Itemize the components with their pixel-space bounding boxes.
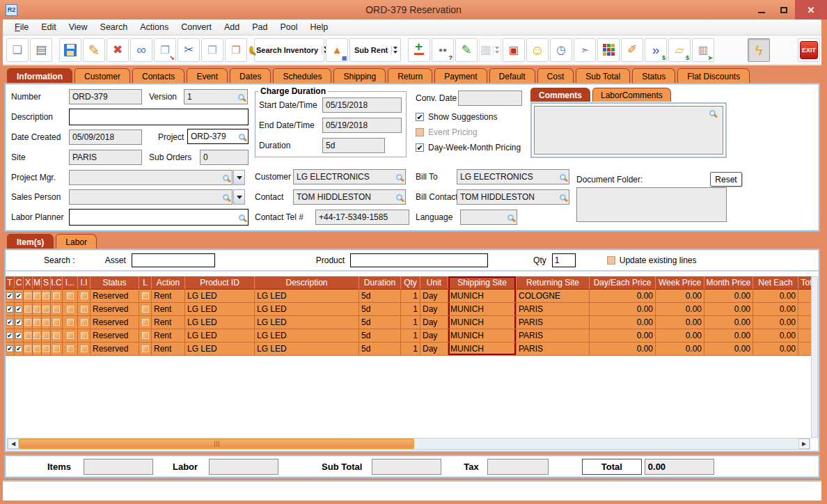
row-checkbox-t[interactable]: ✔ <box>6 306 13 313</box>
contact-field[interactable]: TOM HIDDLESTON <box>293 189 406 205</box>
cell-qty[interactable]: 1 <box>401 316 420 329</box>
column-header-status[interactable]: Status <box>90 276 139 290</box>
cell-qty[interactable]: 1 <box>401 342 420 356</box>
cell-c[interactable]: ✔ <box>15 316 24 329</box>
tab-dates[interactable]: Dates <box>230 68 271 84</box>
quick-action-button[interactable]: ϟ <box>748 38 770 62</box>
column-header-l[interactable]: L <box>139 276 152 290</box>
cell-t[interactable]: ✔ <box>6 290 15 303</box>
row-checkbox-m[interactable] <box>33 292 40 299</box>
billing-notes-button[interactable]: ▱$ <box>668 38 691 62</box>
menu-convert[interactable]: Convert <box>175 21 218 33</box>
row-checkbox-x[interactable] <box>24 306 31 313</box>
cell-net-each[interactable]: 0.00 <box>753 342 798 356</box>
cell-i-i[interactable] <box>78 329 90 342</box>
row-checkbox-i-i[interactable] <box>81 292 88 299</box>
cut-button[interactable]: ✂ <box>178 38 200 62</box>
tab-labor[interactable]: Labor <box>56 234 97 249</box>
search-icon[interactable] <box>709 110 716 116</box>
column-header-shipping-site[interactable]: Shipping Site <box>448 276 517 290</box>
cell-tot[interactable] <box>798 329 812 342</box>
tab-cost[interactable]: Cost <box>537 68 574 84</box>
column-header-returning-site[interactable]: Returning Site <box>517 276 590 290</box>
dropdown-arrow-icon[interactable] <box>391 46 399 54</box>
menu-help[interactable]: Help <box>304 21 335 33</box>
shortcut-key-button[interactable]: ➣ <box>574 38 596 62</box>
column-header-duration[interactable]: Duration <box>359 276 401 290</box>
comments-textarea[interactable] <box>534 106 723 155</box>
cell-i-c[interactable] <box>51 303 63 316</box>
cell-week-price[interactable]: 0.00 <box>656 303 704 316</box>
cell-action[interactable]: Rent <box>152 303 185 316</box>
row-checkbox-i-[interactable] <box>67 332 74 339</box>
edit-note-button[interactable]: ✐ <box>621 38 643 62</box>
maximize-button[interactable] <box>773 0 795 19</box>
row-checkbox-t[interactable]: ✔ <box>6 345 13 352</box>
cell-tot[interactable] <box>798 316 812 329</box>
cell-status[interactable]: Reserved <box>90 342 139 356</box>
customer-field[interactable]: LG ELECTRONICS <box>293 169 406 184</box>
cell-duration[interactable]: 5d <box>359 342 401 356</box>
cell-qty[interactable]: 1 <box>401 303 420 316</box>
column-header-product-id[interactable]: Product ID <box>185 276 255 290</box>
copy-special-button[interactable]: ❐➘ <box>154 38 176 62</box>
labor-planner-field[interactable] <box>69 209 249 226</box>
row-checkbox-i-c[interactable] <box>53 332 60 339</box>
column-header-net-each[interactable]: Net Each <box>753 276 798 290</box>
scroll-left-arrow[interactable]: ◀ <box>8 439 19 449</box>
tab-payment[interactable]: Payment <box>434 68 487 84</box>
tab-comments[interactable]: Comments <box>530 88 590 102</box>
cell-week-price[interactable]: 0.00 <box>656 342 704 356</box>
cell-duration[interactable]: 5d <box>359 329 401 342</box>
cell-product-id[interactable]: LG LED <box>185 290 255 303</box>
update-existing-lines-checkbox[interactable] <box>607 256 615 265</box>
cell-i-c[interactable] <box>51 290 63 303</box>
cell-net-each[interactable]: 0.00 <box>753 303 798 316</box>
optional-sets-button[interactable]: ●●? <box>432 38 454 62</box>
cell-unit[interactable]: Day <box>420 316 448 329</box>
row-checkbox-x[interactable] <box>24 332 31 339</box>
tab-information[interactable]: Information <box>7 68 72 84</box>
row-checkbox-i-[interactable] <box>67 319 74 326</box>
cell-net-each[interactable]: 0.00 <box>753 329 798 342</box>
row-checkbox-c[interactable]: ✔ <box>15 319 22 326</box>
cell-i-[interactable] <box>63 316 78 329</box>
find-binoculars-button[interactable]: ∞ <box>130 38 152 62</box>
cell-qty[interactable]: 1 <box>401 329 420 342</box>
column-header-description[interactable]: Description <box>255 276 359 290</box>
cell-l[interactable] <box>139 290 152 303</box>
tab-sub-total[interactable]: Sub Total <box>576 68 630 84</box>
menu-add[interactable]: Add <box>218 21 246 33</box>
cell-l[interactable] <box>139 329 152 342</box>
row-checkbox-s[interactable] <box>42 306 49 313</box>
column-header-t[interactable]: T <box>6 276 15 290</box>
cell-i-c[interactable] <box>51 329 63 342</box>
cell-unit[interactable]: Day <box>420 329 448 342</box>
cell-unit[interactable]: Day <box>420 342 448 356</box>
cell-returning-site[interactable]: COLOGNE <box>517 290 590 303</box>
column-header-c[interactable]: C <box>15 276 24 290</box>
cell-x[interactable] <box>24 342 33 356</box>
new-document-button[interactable]: ❏ <box>6 38 29 62</box>
cell-day-each-price[interactable]: 0.00 <box>590 290 656 303</box>
cell-description[interactable]: LG LED <box>255 342 359 356</box>
cell-i-[interactable] <box>63 342 78 356</box>
cell-returning-site[interactable]: PARIS <box>517 303 590 316</box>
cell-returning-site[interactable]: PARIS <box>517 329 590 342</box>
cell-s[interactable] <box>42 316 51 329</box>
column-header-tot[interactable]: Tot <box>798 276 812 290</box>
cell-unit[interactable]: Day <box>420 303 448 316</box>
cell-c[interactable]: ✔ <box>15 342 24 356</box>
cell-l[interactable] <box>139 342 152 356</box>
cell-t[interactable]: ✔ <box>6 303 15 316</box>
column-header-qty[interactable]: Qty <box>401 276 420 290</box>
row-checkbox-m[interactable] <box>33 345 40 352</box>
vertical-scrollbar[interactable] <box>811 276 818 438</box>
cell-c[interactable]: ✔ <box>15 329 24 342</box>
cell-tot[interactable] <box>798 342 812 356</box>
row-checkbox-i-[interactable] <box>67 345 74 352</box>
save-button[interactable] <box>59 38 81 62</box>
smiley-button[interactable]: ☺ <box>526 38 549 62</box>
cell-i-[interactable] <box>63 329 78 342</box>
menu-view[interactable]: View <box>63 21 94 33</box>
